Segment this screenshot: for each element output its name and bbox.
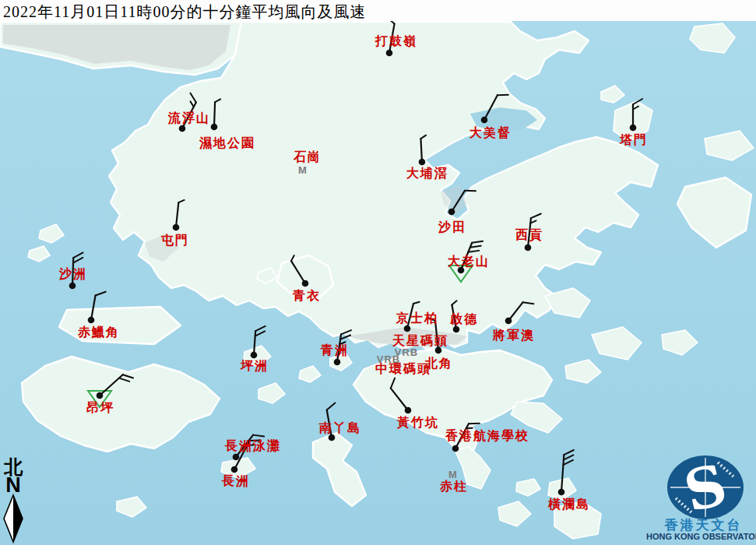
station-label-tates-cairn[interactable]: 大老山	[448, 255, 490, 268]
station-label-central-pier[interactable]: 中環碼頭	[375, 363, 431, 375]
station-label-tap-mun[interactable]: 塔門	[620, 134, 648, 146]
station-dot[interactable]	[97, 392, 104, 399]
station-dot[interactable]	[302, 280, 309, 287]
hko-logo-icon: S	[651, 453, 756, 523]
station-dot[interactable]	[448, 209, 455, 216]
station-label-green-island[interactable]: 青洲	[321, 344, 349, 357]
hong-kong-map	[0, 0, 756, 545]
map-title: 2022年11月01日11時00分的十分鐘平均風向及風速	[3, 2, 367, 23]
station-label-sai-kung[interactable]: 西貢	[515, 229, 543, 241]
station-dot[interactable]	[435, 347, 442, 354]
station-dot[interactable]	[404, 325, 411, 332]
station-dot[interactable]	[405, 407, 412, 414]
north-label-en: N	[2, 475, 25, 496]
wind-map: 打鼓嶺流浮山濕地公園石崗M大美督大埔滘塔門屯門沙洲赤鱲角青衣沙田西貢大老山京士柏…	[0, 0, 756, 545]
wind-barb-staff	[214, 102, 215, 127]
north-compass: 北 N	[0, 458, 36, 545]
station-label-waglan-island[interactable]: 橫瀾島	[548, 498, 590, 511]
station-dot[interactable]	[630, 125, 637, 132]
station-label-chek-lap-kok[interactable]: 赤鱲角	[78, 326, 120, 339]
station-dot[interactable]	[525, 244, 532, 251]
hko-logo: S 香港天文台 HONG KONG OBSERVATORY	[651, 453, 756, 545]
station-label-sha-tin[interactable]: 沙田	[438, 221, 466, 234]
station-dot[interactable]	[481, 117, 488, 124]
station-label-tai-po-kau[interactable]: 大埔滘	[406, 167, 448, 180]
station-label-stanley[interactable]: 赤柱	[440, 480, 468, 493]
station-dot[interactable]	[452, 445, 459, 452]
north-arrow-icon	[0, 494, 36, 545]
wind-barb-staff	[420, 139, 422, 162]
station-dot[interactable]	[453, 326, 460, 333]
station-label-wong-chuk-hang[interactable]: 黃竹坑	[397, 417, 439, 429]
station-label-tsing-yi[interactable]: 青衣	[293, 290, 321, 302]
station-label-ta-kwu-ling[interactable]: 打鼓嶺	[375, 35, 417, 47]
station-label-tuen-mun[interactable]: 屯門	[161, 234, 189, 247]
station-dot[interactable]	[233, 454, 240, 461]
station-label-lau-fau-shan[interactable]: 流浮山	[168, 112, 210, 125]
station-dot[interactable]	[211, 124, 218, 131]
station-dot[interactable]	[69, 283, 76, 290]
station-dot[interactable]	[419, 159, 426, 166]
station-label-star-ferry-pier[interactable]: 天星碼頭	[392, 335, 448, 347]
hko-logo-name-zh: 香港天文台	[651, 519, 756, 532]
station-label-kai-tak[interactable]: 啟德	[450, 313, 478, 325]
station-dot[interactable]	[251, 352, 258, 359]
title-bar: 2022年11月01日11時00分的十分鐘平均風向及風速	[0, 0, 756, 21]
station-dot[interactable]	[173, 224, 180, 231]
station-label-sha-chau[interactable]: 沙洲	[59, 268, 87, 280]
station-label-tseung-kwan-o[interactable]: 將軍澳	[493, 329, 535, 342]
station-label-kings-park[interactable]: 京士柏	[396, 312, 438, 325]
station-label-tai-mei-tuk[interactable]: 大美督	[469, 127, 512, 139]
hko-logo-name-en: HONG KONG OBSERVATORY	[646, 533, 756, 541]
station-label-peng-chau[interactable]: 坪洲	[241, 360, 269, 372]
station-dot[interactable]	[231, 466, 238, 473]
station-dot[interactable]	[386, 50, 393, 57]
station-label-hk-sea-school[interactable]: 香港航海學校	[445, 430, 529, 442]
station-label-lamma-island[interactable]: 南丫島	[319, 422, 361, 434]
station-dot[interactable]	[329, 434, 336, 441]
station-dot[interactable]	[505, 318, 512, 325]
station-dot[interactable]	[334, 359, 341, 366]
station-dot[interactable]	[179, 125, 186, 132]
station-label-cheung-chau[interactable]: 長洲	[222, 475, 250, 487]
station-label-cheung-chau-beach[interactable]: 長洲泳灘	[225, 440, 281, 452]
station-label-ngong-ping[interactable]: 昂坪	[86, 402, 114, 414]
station-dot[interactable]	[88, 317, 95, 324]
station-label-shek-kong[interactable]: 石崗	[294, 151, 322, 164]
station-label-wetland-park[interactable]: 濕地公園	[199, 137, 255, 149]
station-dot[interactable]	[558, 489, 565, 496]
